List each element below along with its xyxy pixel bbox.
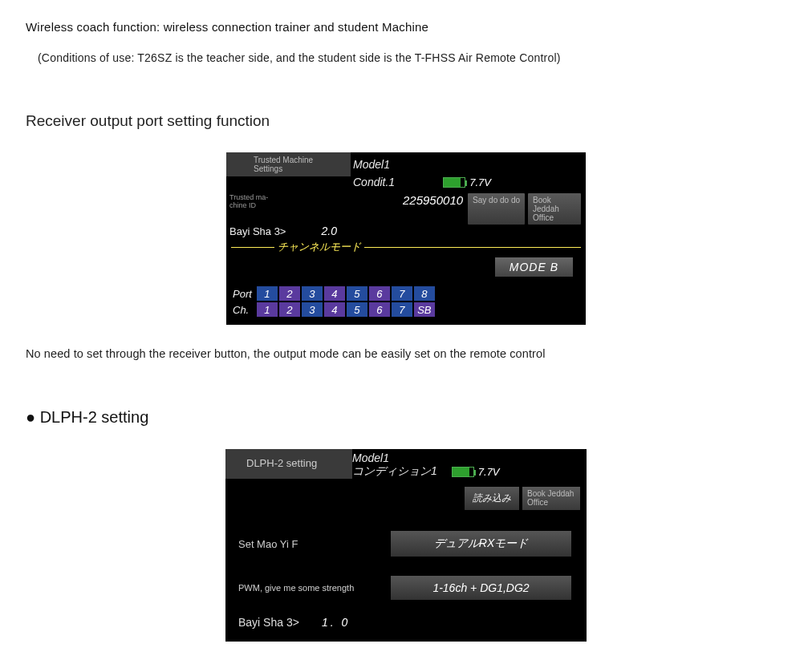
battery-voltage: 7.7V [478,466,500,478]
settings-title-tab: Trusted Machine Settings [226,152,351,176]
battery-voltage: 7.7V [469,176,491,188]
rx-mode-button[interactable]: デュアルRXモード [391,531,571,557]
port-cell[interactable]: 3 [302,286,323,301]
model-label: Model1 [353,158,390,171]
intro-line2: (Conditions of use: T26SZ is the teacher… [38,51,786,64]
section2-heading: ● DLPH-2 setting [26,408,786,427]
port-row-label: Port [233,286,255,301]
port-cell[interactable]: 2 [279,286,300,301]
battery-indicator: 7.7V [443,176,491,188]
dlph2-settings-screenshot: DLPH-2 setting Model1 コンディション1 7.7V 読み込み… [225,449,587,642]
port-row: Port 1 2 3 4 5 6 7 8 [233,286,435,301]
bayi-label: Bayi Sha 3> [238,616,299,629]
condition-label: Condit.1 [353,176,395,188]
section1-caption: No need to set through the receiver butt… [26,347,786,360]
mode-button[interactable]: MODE B [495,257,573,277]
battery-icon [452,467,474,477]
rx-mode-label: Set Mao Yi F [238,538,391,550]
book-button[interactable]: Book Jeddah Office [528,193,581,225]
model-label: Model1 [352,451,587,464]
ch-cell[interactable]: 7 [392,302,412,317]
ch-cell[interactable]: 2 [279,302,300,317]
machine-id-value: 225950010 [403,193,463,207]
port-cell[interactable]: 4 [324,286,345,301]
port-cell[interactable]: 1 [257,286,278,301]
version-value: 2.0 [321,225,336,237]
battery-icon [443,177,465,188]
ch-cell[interactable]: 4 [324,302,345,317]
port-cell[interactable]: 6 [369,286,390,301]
channel-row-label: Ch. [233,302,255,317]
book-button[interactable]: Book Jeddah Office [522,487,580,510]
ch-cell[interactable]: 5 [347,302,367,317]
section1-heading: Receiver output port setting function [26,112,786,130]
machine-id-label: Trusted ma-chine ID [229,193,278,209]
ch-cell[interactable]: 3 [302,302,323,317]
port-cell[interactable]: 5 [347,286,367,301]
port-channel-table: Port 1 2 3 4 5 6 7 8 Ch. 1 2 3 [231,285,436,318]
condition-label: コンディション1 [352,464,437,479]
port-cell[interactable]: 8 [414,286,435,301]
read-button[interactable]: Say do do do [468,193,525,225]
bayi-value: 1. 0 [322,616,350,629]
channel-row: Ch. 1 2 3 4 5 6 7 SB [233,302,435,317]
bayi-label: Bayi Sha 3> [229,225,286,237]
intro-line1: Wireless coach function: wireless connec… [26,20,786,34]
receiver-settings-screenshot: Trusted Machine Settings Model1 Condit.1… [226,152,586,325]
ch-cell[interactable]: 1 [257,302,278,317]
ch-cell[interactable]: 6 [369,302,390,317]
ch-cell[interactable]: SB [414,302,435,317]
port-cell[interactable]: 7 [392,286,412,301]
read-button[interactable]: 読み込み [465,487,519,510]
dlph2-title-tab: DLPH-2 setting [225,449,352,479]
pwm-value-button[interactable]: 1-16ch + DG1,DG2 [391,576,571,600]
battery-indicator: 7.7V [452,466,500,478]
pwm-label: PWM, give me some strength [238,583,391,593]
channel-mode-label: チャンネルモード [274,240,364,254]
